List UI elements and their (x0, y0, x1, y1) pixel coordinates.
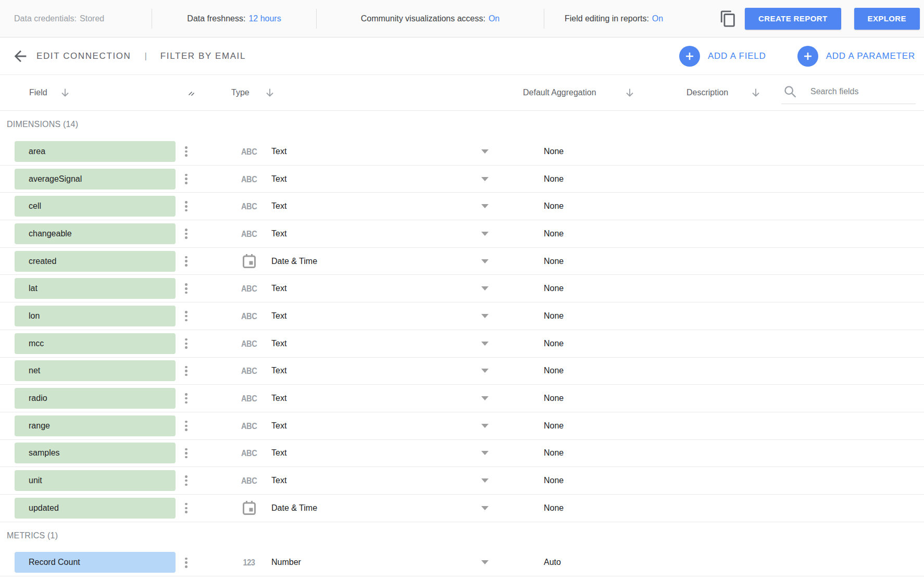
type-label: Text (271, 421, 286, 431)
field-options-menu[interactable] (183, 253, 190, 269)
type-dropdown-caret[interactable] (481, 478, 489, 483)
type-dropdown-caret[interactable] (481, 149, 489, 154)
field-options-menu[interactable] (183, 473, 190, 488)
aggregation-value[interactable]: Auto (544, 558, 561, 567)
column-field-label: Field (29, 88, 47, 97)
field-row: lon ABC Text None (0, 302, 924, 330)
type-dropdown-caret[interactable] (481, 314, 489, 318)
text-type-icon: ABC (241, 394, 257, 404)
aggregation-value[interactable]: None (544, 201, 564, 211)
aggregation-value[interactable]: None (544, 448, 564, 458)
type-dropdown-caret[interactable] (481, 451, 489, 455)
back-button[interactable] (11, 47, 29, 65)
add-parameter-button[interactable]: ADD A PARAMETER (797, 46, 915, 67)
plus-icon (797, 46, 818, 67)
field-options-menu[interactable] (183, 308, 190, 324)
field-chip[interactable]: radio (15, 388, 176, 409)
type-dropdown-caret[interactable] (481, 342, 489, 346)
field-chip[interactable]: net (15, 360, 176, 381)
field-options-menu[interactable] (183, 144, 190, 159)
aggregation-value[interactable]: None (544, 503, 564, 513)
field-chip[interactable]: samples (15, 443, 176, 463)
field-row: samples ABC Text None (0, 440, 924, 468)
type-dropdown-caret[interactable] (481, 560, 489, 564)
data-credentials-status[interactable]: Data credentials: Stored (0, 0, 152, 37)
field-chip[interactable]: mcc (15, 333, 176, 354)
search-input[interactable] (809, 86, 905, 97)
field-chip-label: samples (29, 448, 60, 458)
copy-button[interactable] (719, 10, 737, 28)
field-chip[interactable]: unit (15, 470, 176, 491)
field-options-menu[interactable] (183, 198, 190, 214)
field-options-menu[interactable] (183, 281, 190, 296)
type-dropdown-caret[interactable] (481, 177, 489, 181)
field-options-menu[interactable] (183, 336, 190, 351)
field-options-menu[interactable] (183, 445, 190, 461)
field-row: Record Count 123 Number Auto (0, 549, 924, 577)
data-freshness-label: Data freshness: (187, 14, 245, 23)
type-dropdown-caret[interactable] (481, 286, 489, 291)
text-type-icon: ABC (241, 366, 257, 376)
type-label: Text (271, 201, 286, 211)
aggregation-value[interactable]: None (544, 476, 564, 485)
filter-by-email-link[interactable]: FILTER BY EMAIL (160, 51, 246, 61)
field-options-menu[interactable] (183, 418, 190, 434)
field-options-menu[interactable] (183, 226, 190, 242)
create-report-button[interactable]: CREATE REPORT (745, 8, 841, 30)
sort-aggregation-icon[interactable] (624, 87, 635, 98)
aggregation-value[interactable]: None (544, 366, 564, 375)
sort-type-icon[interactable] (264, 87, 276, 98)
type-dropdown-caret[interactable] (481, 396, 489, 400)
type-dropdown-caret[interactable] (481, 259, 489, 263)
aggregation-value[interactable]: None (544, 257, 564, 266)
field-chip[interactable]: created (15, 251, 176, 272)
field-options-menu[interactable] (183, 363, 190, 379)
add-field-button[interactable]: ADD A FIELD (679, 46, 766, 67)
field-chip-label: lon (29, 311, 40, 321)
field-chip[interactable]: updated (15, 498, 176, 519)
edit-connection-link[interactable]: EDIT CONNECTION (36, 51, 131, 61)
field-chip-label: created (29, 257, 56, 266)
type-dropdown-caret[interactable] (481, 424, 489, 428)
aggregation-value[interactable]: None (544, 311, 564, 321)
sort-field-icon[interactable] (59, 87, 71, 98)
sort-description-icon[interactable] (750, 87, 761, 98)
field-list: DIMENSIONS (14) area ABC Text None avera… (0, 111, 924, 576)
type-icon-box (238, 254, 260, 269)
field-chip[interactable]: range (15, 415, 176, 436)
field-row: created Date & Time None (0, 248, 924, 275)
explore-button[interactable]: EXPLORE (854, 8, 920, 30)
community-visualizations-status[interactable]: Community visualizations access: On (317, 0, 544, 37)
field-chip[interactable]: area (15, 141, 176, 162)
field-chip[interactable]: changeable (15, 223, 176, 244)
data-freshness-status[interactable]: Data freshness: 12 hours (152, 0, 316, 37)
field-chip[interactable]: lat (15, 278, 176, 299)
type-dropdown-caret[interactable] (481, 232, 489, 236)
type-dropdown-caret[interactable] (481, 506, 489, 510)
aggregation-value[interactable]: None (544, 284, 564, 293)
field-editing-status[interactable]: Field editing in reports: On (544, 0, 663, 37)
aggregation-value[interactable]: None (544, 421, 564, 431)
field-options-menu[interactable] (183, 500, 190, 516)
aggregation-value[interactable]: None (544, 394, 564, 403)
aggregation-value[interactable]: None (544, 339, 564, 348)
toolbar-actions: CREATE REPORT EXPLORE (719, 8, 920, 30)
type-dropdown-caret[interactable] (481, 369, 489, 373)
aggregation-value[interactable]: None (544, 229, 564, 238)
type-label: Text (271, 284, 286, 293)
field-chip[interactable]: lon (15, 306, 176, 326)
field-options-menu[interactable] (183, 171, 190, 186)
text-type-icon: ABC (241, 201, 257, 211)
field-chip[interactable]: Record Count (15, 552, 176, 573)
field-options-menu[interactable] (183, 390, 190, 406)
aggregation-value[interactable]: None (544, 174, 564, 184)
field-chip-label: radio (29, 394, 47, 403)
type-dropdown-caret[interactable] (481, 204, 489, 208)
field-chip[interactable]: cell (15, 196, 176, 217)
field-options-menu[interactable] (183, 554, 190, 570)
column-aggregation-label: Default Aggregation (523, 88, 596, 97)
aggregation-value[interactable]: None (544, 147, 564, 156)
type-icon-box: ABC (238, 174, 260, 184)
column-resize-grip-icon[interactable] (188, 89, 195, 96)
field-chip[interactable]: averageSignal (15, 169, 176, 190)
